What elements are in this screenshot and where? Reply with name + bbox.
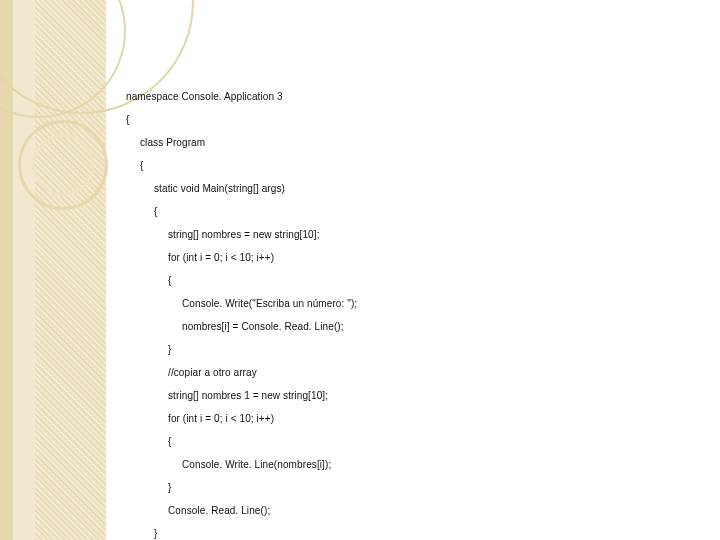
- code-line: namespace Console. Application 3: [126, 92, 700, 102]
- code-line: for (int i = 0; i < 10; i++): [126, 414, 700, 424]
- code-line: }: [126, 345, 700, 355]
- code-line: class Program: [126, 138, 700, 148]
- decorative-sidebar: [0, 0, 106, 540]
- code-line: {: [126, 276, 700, 286]
- slide: namespace Console. Application 3 { class…: [0, 0, 720, 540]
- code-line: string[] nombres = new string[10];: [126, 230, 700, 240]
- code-line: {: [126, 115, 700, 125]
- circle-decoration: [32, 134, 94, 196]
- code-line: Console. Read. Line();: [126, 506, 700, 516]
- code-line: nombres[i] = Console. Read. Line();: [126, 322, 700, 332]
- code-line: {: [126, 207, 700, 217]
- code-line: {: [126, 437, 700, 447]
- code-line: for (int i = 0; i < 10; i++): [126, 253, 700, 263]
- code-line: }: [126, 483, 700, 493]
- code-line: Console. Write("Escriba un número: ");: [126, 299, 700, 309]
- code-line: {: [126, 161, 700, 171]
- code-block: namespace Console. Application 3 { class…: [126, 92, 700, 540]
- code-line: Console. Write. Line(nombres[i]);: [126, 460, 700, 470]
- code-line: //copiar a otro array: [126, 368, 700, 378]
- code-line: }: [126, 529, 700, 539]
- code-line: string[] nombres 1 = new string[10];: [126, 391, 700, 401]
- code-line: static void Main(string[] args): [126, 184, 700, 194]
